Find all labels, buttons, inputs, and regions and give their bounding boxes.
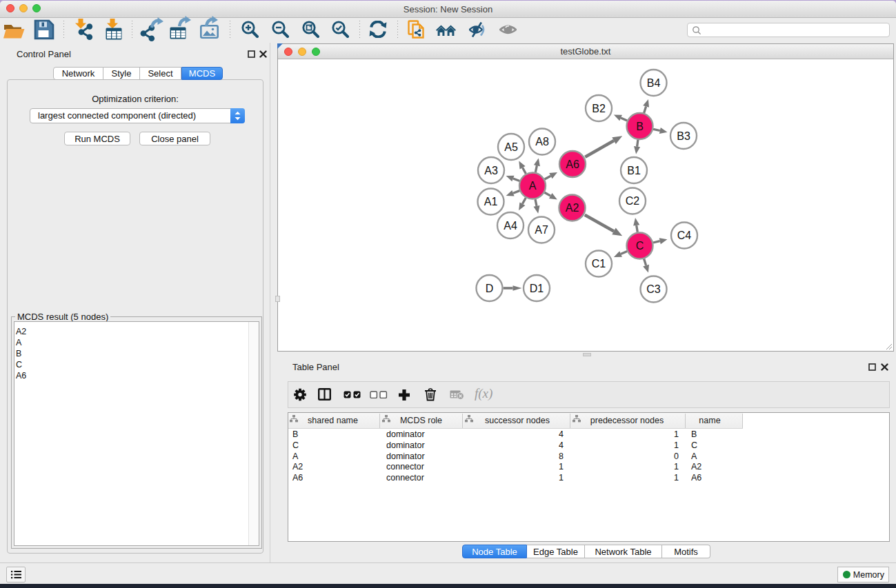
svg-text:A4: A4 bbox=[504, 220, 517, 232]
svg-text:B1: B1 bbox=[627, 165, 641, 176]
svg-text:A1: A1 bbox=[484, 196, 498, 207]
svg-text:B4: B4 bbox=[647, 77, 661, 89]
svg-text:B3: B3 bbox=[677, 130, 690, 142]
svg-text:A2: A2 bbox=[566, 202, 579, 214]
svg-text:C: C bbox=[636, 240, 644, 252]
svg-text:C1: C1 bbox=[592, 258, 606, 270]
svg-text:D: D bbox=[486, 283, 494, 294]
svg-text:C4: C4 bbox=[677, 230, 692, 241]
svg-text:B2: B2 bbox=[592, 103, 606, 114]
svg-text:A7: A7 bbox=[535, 224, 548, 236]
svg-text:A3: A3 bbox=[484, 165, 498, 176]
svg-text:B: B bbox=[636, 121, 644, 132]
svg-text:C2: C2 bbox=[626, 195, 640, 207]
svg-text:A5: A5 bbox=[504, 141, 518, 153]
svg-text:A: A bbox=[529, 180, 537, 192]
svg-text:A6: A6 bbox=[566, 159, 579, 170]
svg-text:D1: D1 bbox=[530, 283, 544, 294]
svg-text:A8: A8 bbox=[535, 136, 549, 148]
svg-text:C3: C3 bbox=[646, 283, 661, 295]
